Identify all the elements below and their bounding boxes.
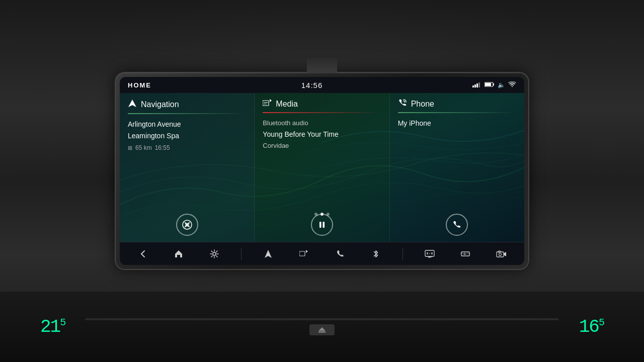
toolbar: P	[120, 242, 524, 265]
navigation-content: Arlington Avenue Leamington Spa ⊞ 65 km …	[128, 119, 246, 210]
eject-button[interactable]	[309, 324, 335, 335]
camera-button[interactable]	[492, 245, 510, 263]
nav-eta: 16:55	[155, 144, 170, 151]
phone-device: My iPhone	[398, 118, 516, 129]
slider-track[interactable]	[85, 318, 559, 320]
svg-marker-22	[306, 250, 308, 253]
phone-card-header: Phone	[398, 99, 516, 109]
settings-button[interactable]	[205, 245, 223, 263]
svg-rect-15	[264, 102, 268, 103]
media-card[interactable]: Media Bluetooth audio Young Before Your …	[255, 93, 389, 242]
navigation-card-header: Navigation	[128, 99, 246, 110]
media-source: Bluetooth audio	[263, 118, 381, 128]
media-toolbar-button[interactable]	[295, 245, 313, 263]
wifi-icon	[508, 81, 516, 89]
phone-card[interactable]: Phone My iPhone	[390, 93, 524, 242]
nav-meta: ⊞ 65 km 16:55	[128, 144, 246, 151]
media-icon	[263, 99, 272, 109]
phone-content: My iPhone	[398, 118, 516, 210]
temp-left-sup: 5	[60, 317, 65, 328]
temp-right-display: 165	[579, 317, 604, 337]
status-icons: 🔈	[472, 81, 516, 89]
temp-left-value: 21	[40, 317, 60, 337]
media-track: Young Before Your Time	[263, 129, 381, 140]
nav-address2: Leamington Spa	[128, 131, 246, 141]
nav-address1: Arlington Avenue	[128, 119, 246, 130]
svg-rect-0	[472, 85, 474, 87]
home-button[interactable]	[170, 245, 188, 263]
route-icon: ⊞	[128, 145, 132, 151]
phone-toolbar-button[interactable]	[331, 245, 349, 263]
status-bar: HOME 14:56	[120, 77, 524, 93]
svg-point-28	[499, 253, 502, 255]
media-content: Bluetooth audio Young Before Your Time C…	[263, 118, 381, 210]
media-divider	[263, 112, 381, 113]
svg-rect-1	[474, 84, 476, 87]
toolbar-divider-1	[241, 248, 242, 260]
svg-rect-31	[318, 331, 326, 333]
back-button[interactable]	[134, 245, 152, 263]
nav-distance: 65 km	[135, 144, 152, 151]
navigation-card[interactable]: Navigation Arlington Avenue Leamington S…	[120, 93, 255, 242]
page-dots	[120, 210, 524, 219]
phone-icon	[398, 99, 407, 109]
center-controls	[85, 318, 559, 335]
media-title: Media	[276, 100, 298, 109]
page-dot-3[interactable]	[327, 213, 330, 216]
svg-point-19	[213, 252, 216, 255]
temp-right-value: 16	[579, 317, 599, 337]
navigation-divider	[128, 113, 246, 114]
main-screen: HOME 14:56	[120, 77, 524, 265]
svg-rect-17	[319, 222, 321, 228]
cards-grid: Navigation Arlington Avenue Leamington S…	[120, 93, 524, 242]
sound-icon: 🔈	[498, 81, 505, 88]
content-area: Navigation Arlington Avenue Leamington S…	[120, 93, 524, 242]
battery-icon	[485, 81, 495, 89]
svg-rect-5	[485, 83, 491, 86]
svg-rect-13	[263, 101, 269, 106]
nav-toolbar-button[interactable]	[259, 245, 277, 263]
navigation-icon	[128, 99, 137, 110]
temp-left-display: 215	[40, 317, 65, 337]
svg-rect-6	[493, 83, 494, 85]
phone-divider	[398, 112, 516, 113]
svg-rect-21	[299, 251, 305, 256]
svg-marker-30	[318, 327, 326, 331]
svg-rect-18	[323, 222, 325, 228]
time-display: 14:56	[301, 81, 323, 89]
screen-bezel: HOME 14:56	[116, 73, 528, 269]
mirror-button[interactable]	[421, 245, 439, 263]
phone-title: Phone	[411, 100, 434, 109]
media-card-header: Media	[263, 99, 381, 109]
bottom-controls: 215 165	[0, 292, 644, 362]
home-label: HOME	[128, 81, 151, 89]
navigation-title: Navigation	[141, 100, 179, 109]
svg-marker-8	[128, 100, 136, 107]
signal-icon	[472, 81, 481, 89]
page-dot-2[interactable]	[320, 213, 324, 216]
bluetooth-toolbar-button[interactable]	[367, 245, 385, 263]
park-assist-button[interactable]: P	[456, 245, 474, 263]
svg-text:P: P	[464, 252, 466, 255]
toolbar-divider-2	[403, 248, 403, 260]
svg-marker-20	[265, 250, 272, 258]
svg-marker-27	[504, 252, 506, 256]
page-dot-1[interactable]	[314, 213, 317, 216]
svg-rect-3	[478, 82, 480, 87]
svg-rect-16	[264, 104, 267, 105]
media-artist: Corvidae	[263, 141, 381, 151]
temp-right-sup: 5	[599, 317, 604, 328]
svg-marker-14	[270, 99, 272, 102]
svg-rect-2	[476, 83, 478, 87]
